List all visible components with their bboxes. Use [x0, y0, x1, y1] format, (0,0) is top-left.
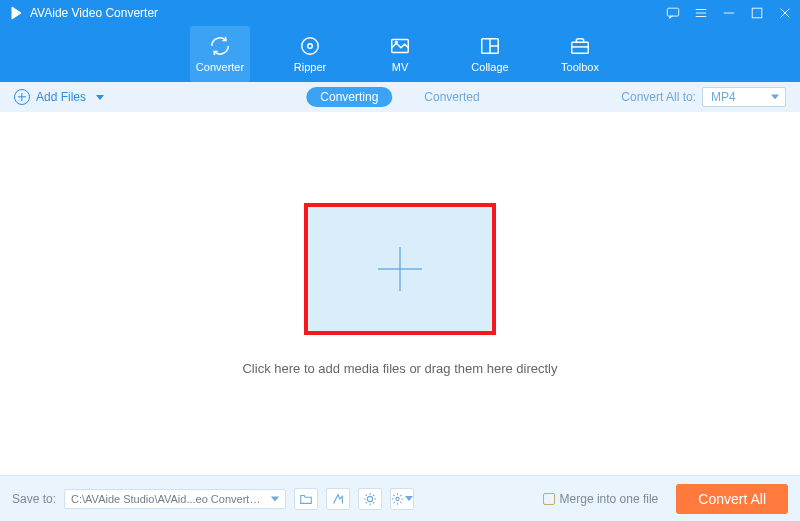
- output-format-select[interactable]: MP4: [702, 87, 786, 107]
- svg-point-18: [367, 496, 372, 501]
- compress-button[interactable]: [326, 488, 350, 510]
- nav-converter[interactable]: Converter: [190, 26, 250, 82]
- svg-point-10: [308, 44, 313, 49]
- save-path-value: C:\AVAide Studio\AVAid...eo Converter\Co…: [71, 493, 286, 505]
- svg-rect-16: [572, 42, 589, 53]
- convert-all-button[interactable]: Convert All: [676, 484, 788, 514]
- converter-icon: [209, 35, 231, 57]
- chevron-down-icon: [771, 95, 779, 100]
- app-logo-icon: [8, 5, 24, 21]
- merge-checkbox[interactable]: Merge into one file: [543, 492, 659, 506]
- settings-button[interactable]: [390, 488, 414, 510]
- nav-label: Toolbox: [561, 61, 599, 73]
- status-tabs: Converting Converted: [306, 87, 493, 107]
- close-icon[interactable]: [778, 6, 792, 20]
- menu-icon[interactable]: [694, 6, 708, 20]
- chevron-down-icon: [405, 496, 413, 501]
- nav-label: Collage: [471, 61, 508, 73]
- maximize-icon[interactable]: [750, 6, 764, 20]
- footer-bar: Save to: C:\AVAide Studio\AVAid...eo Con…: [0, 475, 800, 521]
- add-media-dropzone[interactable]: [304, 203, 496, 335]
- nav-toolbox[interactable]: Toolbox: [550, 26, 610, 82]
- minimize-icon[interactable]: [722, 6, 736, 20]
- sub-bar: Add Files Converting Converted Convert A…: [0, 82, 800, 112]
- add-files-button[interactable]: Add Files: [14, 89, 104, 105]
- mv-icon: [389, 35, 411, 57]
- svg-point-12: [395, 41, 397, 43]
- app-title: AVAide Video Converter: [30, 6, 158, 20]
- dropzone-hint: Click here to add media files or drag th…: [242, 361, 557, 376]
- feedback-icon[interactable]: [666, 6, 680, 20]
- merge-label: Merge into one file: [560, 492, 659, 506]
- save-to-label: Save to:: [12, 492, 56, 506]
- svg-point-19: [396, 497, 399, 500]
- tab-converted[interactable]: Converted: [410, 87, 493, 107]
- nav-mv[interactable]: MV: [370, 26, 430, 82]
- nav-label: Ripper: [294, 61, 326, 73]
- convert-all-to-label: Convert All to:: [621, 90, 696, 104]
- svg-point-9: [302, 38, 319, 55]
- nav-label: Converter: [196, 61, 244, 73]
- toolbox-icon: [569, 35, 591, 57]
- nav-collage[interactable]: Collage: [460, 26, 520, 82]
- nav-ripper[interactable]: Ripper: [280, 26, 340, 82]
- add-files-label: Add Files: [36, 90, 86, 104]
- collage-icon: [479, 35, 501, 57]
- plus-icon: [378, 247, 422, 291]
- chevron-down-icon: [96, 95, 104, 100]
- save-path-select[interactable]: C:\AVAide Studio\AVAid...eo Converter\Co…: [64, 489, 286, 509]
- ripper-icon: [299, 35, 321, 57]
- svg-rect-1: [667, 8, 678, 16]
- svg-rect-6: [752, 8, 762, 18]
- output-format-value: MP4: [711, 90, 736, 104]
- enhance-button[interactable]: [358, 488, 382, 510]
- nav-label: MV: [392, 61, 409, 73]
- checkbox-icon: [543, 493, 555, 505]
- main-nav: Converter Ripper MV Collage Toolbox: [0, 26, 800, 82]
- tab-converting[interactable]: Converting: [306, 87, 392, 107]
- chevron-down-icon: [271, 496, 279, 501]
- open-folder-button[interactable]: [294, 488, 318, 510]
- plus-circle-icon: [14, 89, 30, 105]
- title-bar: AVAide Video Converter: [0, 0, 800, 26]
- content-area: Click here to add media files or drag th…: [0, 112, 800, 446]
- svg-marker-0: [12, 7, 21, 19]
